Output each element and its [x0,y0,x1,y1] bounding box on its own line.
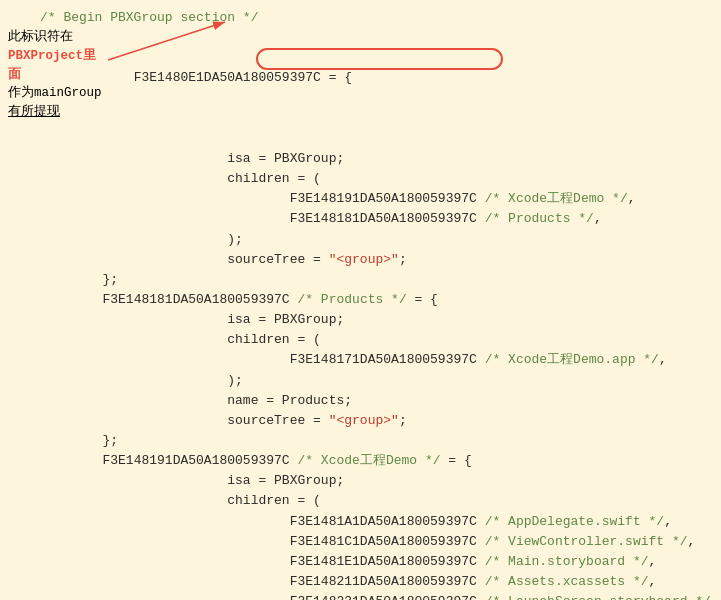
code-line-21: F3E1481A1DA50A180059397C /* AppDelegate.… [40,512,721,532]
code-line-23: F3E1481E1DA50A180059397C /* Main.storybo… [40,552,721,572]
code-line-13: F3E148171DA50A180059397C /* Xcode工程Demo.… [40,350,721,370]
code-line-4: children = ( [40,169,721,189]
code-line-8: sourceTree = "<group>"; [40,250,721,270]
code-line-2: F3E1480E1DA50A180059397C = { [40,28,721,149]
highlighted-id: F3E1480E1DA50A180059397C [134,70,321,85]
annotation-line2: PBXProject里面 [8,49,96,82]
code-line-22: F3E1481C1DA50A180059397C /* ViewControll… [40,532,721,552]
code-line-15: name = Products; [40,391,721,411]
code-line-25: F3E148231DA50A180059397C /* LaunchScreen… [40,592,721,600]
code-line-11: isa = PBXGroup; [40,310,721,330]
highlight-wrapper: F3E1480E1DA50A180059397C = { [71,48,352,129]
code-line-6: F3E148181DA50A180059397C /* Products */, [40,209,721,229]
code-line-12: children = ( [40,330,721,350]
code-area: /* Begin PBXGroup section */ F3E1480E1DA… [0,0,721,600]
code-equals: = { [321,70,352,85]
highlight-circle [256,48,503,70]
code-line-18: F3E148191DA50A180059397C /* Xcode工程Demo … [40,451,721,471]
code-line-7: ); [40,230,721,250]
code-line-1: /* Begin PBXGroup section */ [40,8,721,28]
code-line-16: sourceTree = "<group>"; [40,411,721,431]
code-line-9: }; [40,270,721,290]
annotation-line3: 作为mainGroup [8,86,102,100]
annotation-line4: 有所提现 [8,105,60,119]
code-line-3: isa = PBXGroup; [40,149,721,169]
code-line-17: }; [40,431,721,451]
code-line-19: isa = PBXGroup; [40,471,721,491]
code-line-24: F3E148211DA50A180059397C /* Assets.xcass… [40,572,721,592]
code-line-5: F3E148191DA50A180059397C /* Xcode工程Demo … [40,189,721,209]
code-line-14: ); [40,371,721,391]
code-line-20: children = ( [40,491,721,511]
annotation-box: 此标识符在 PBXProject里面 作为mainGroup 有所提现 [8,28,108,122]
code-line-10: F3E148181DA50A180059397C /* Products */ … [40,290,721,310]
annotation-line1: 此标识符在 [8,30,73,44]
